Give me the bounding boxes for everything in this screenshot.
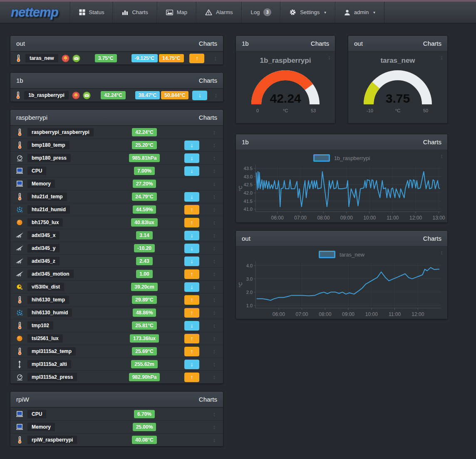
sensor-name[interactable]: mpl3115a2_alti <box>27 360 72 369</box>
mail-alert-icon[interactable] <box>72 54 80 62</box>
sensor-name[interactable]: CPU <box>27 410 47 419</box>
sensor-name[interactable]: htu21d_humid <box>27 205 70 214</box>
sensor-name[interactable]: Memory <box>27 179 55 188</box>
sort-handle-icon[interactable]: ↕ <box>440 153 443 159</box>
sort-handle-icon[interactable]: ↕ <box>213 361 216 368</box>
trend-up-button[interactable]: ↑ <box>184 205 199 215</box>
sensor-name[interactable]: raspberrypi_raspberrypi <box>27 128 94 137</box>
sensor-name[interactable]: vl53l0x_dist <box>27 282 64 291</box>
sort-handle-icon[interactable]: ↕ <box>440 54 443 61</box>
nav-item-settings[interactable]: Settings▾ <box>280 2 335 23</box>
nav-item-log[interactable]: Log3 <box>241 2 280 23</box>
sensor-name[interactable]: hih6130_temp <box>27 295 69 304</box>
sensor-name[interactable]: bmp180_press <box>27 153 71 163</box>
charts-link[interactable]: Charts <box>199 77 217 84</box>
alarm-bell-icon[interactable] <box>72 91 80 99</box>
sort-handle-icon[interactable]: ↕ <box>213 437 216 443</box>
sensor-name[interactable]: adxl345_x <box>27 231 60 240</box>
sort-handle-icon[interactable]: ↕ <box>213 180 216 187</box>
charts-link[interactable]: Charts <box>423 138 441 146</box>
charts-link[interactable]: Charts <box>199 114 217 121</box>
sensor-name[interactable]: htu21d_temp <box>27 192 67 201</box>
sort-handle-icon[interactable]: ↕ <box>213 258 216 264</box>
sensor-name[interactable]: mpl3115a2_temp <box>27 347 76 356</box>
trend-down-button[interactable]: ↓ <box>184 360 199 369</box>
sensor-name[interactable]: rpiW_raspberrypi <box>27 435 77 444</box>
nav-item-alarms[interactable]: Alarms <box>196 2 241 23</box>
sort-handle-icon[interactable]: ↕ <box>213 245 216 252</box>
sort-handle-icon[interactable]: ↕ <box>213 424 216 430</box>
sensor-name[interactable]: bmp180_temp <box>27 141 70 150</box>
trend-down-button[interactable]: ↓ <box>184 244 199 253</box>
sort-handle-icon[interactable]: ↕ <box>213 271 216 277</box>
sort-handle-icon[interactable]: ↕ <box>213 193 216 200</box>
sensor-name[interactable]: mpl3115a2_press <box>27 373 77 382</box>
sensor-name[interactable]: Memory <box>27 422 55 432</box>
trend-down-button[interactable]: ↓ <box>184 153 199 163</box>
trend-up-button[interactable]: ↑ <box>184 269 199 279</box>
nav-item-map[interactable]: Map <box>157 2 196 23</box>
nav-item-charts[interactable]: Charts <box>113 2 156 23</box>
sort-handle-icon[interactable]: ↕ <box>328 54 331 61</box>
sort-handle-icon[interactable]: ↕ <box>213 322 216 329</box>
sensor-name[interactable]: 1b_raspberrypi <box>24 91 69 100</box>
sensor-name[interactable]: bh1750_lux <box>27 218 63 227</box>
altitude-icon <box>17 360 22 368</box>
trend-down-button[interactable]: ↓ <box>184 192 199 202</box>
trend-up-button[interactable]: ↑ <box>184 373 199 382</box>
sensor-name[interactable]: CPU <box>27 166 47 175</box>
computer-icon <box>16 424 23 430</box>
sort-handle-icon[interactable]: ↕ <box>213 348 216 355</box>
sensor-name[interactable]: adxl345_motion <box>27 269 74 279</box>
svg-text:11:00: 11:00 <box>387 215 399 221</box>
trend-up-button[interactable]: ↑ <box>184 218 199 227</box>
sensor-name[interactable]: tmp102 <box>27 321 54 330</box>
charts-link[interactable]: Charts <box>311 40 329 47</box>
trend-down-button[interactable]: ↓ <box>184 231 199 240</box>
nav-item-status[interactable]: Status <box>70 2 113 23</box>
sort-handle-icon[interactable]: ↕ <box>440 249 443 256</box>
trend-down-button[interactable]: ↓ <box>184 141 199 150</box>
sensor-name[interactable]: tsl2561_lux <box>27 334 63 343</box>
trend-down-button[interactable]: ↓ <box>184 166 199 176</box>
trend-up-button[interactable]: ↑ <box>184 295 199 305</box>
mail-alert-icon[interactable] <box>83 91 91 99</box>
sort-handle-icon[interactable]: ↕ <box>213 296 216 303</box>
sort-handle-icon[interactable]: ↕ <box>213 284 216 290</box>
charts-link[interactable]: Charts <box>199 40 217 47</box>
sort-handle-icon[interactable]: ↕ <box>213 206 216 213</box>
trend-down-button[interactable]: ↓ <box>184 321 199 331</box>
charts-link[interactable]: Charts <box>423 40 441 47</box>
charts-link[interactable]: Charts <box>423 235 441 242</box>
sensor-name[interactable]: hih6130_humid <box>27 308 72 317</box>
sensor-row: hih6130_temp29.89°C↑↕ <box>10 293 223 306</box>
sort-handle-icon[interactable]: ↕ <box>215 92 218 99</box>
sort-handle-icon[interactable]: ↕ <box>213 219 216 226</box>
trend-down-button[interactable]: ↓ <box>192 91 207 100</box>
panel-header: outCharts <box>236 231 447 247</box>
sort-handle-icon[interactable]: ↕ <box>213 155 216 161</box>
charts-link[interactable]: Charts <box>199 396 217 403</box>
sort-handle-icon[interactable]: ↕ <box>214 55 217 62</box>
trend-down-button[interactable]: ↓ <box>184 257 199 266</box>
trend-up-button[interactable]: ↑ <box>184 308 199 318</box>
sensor-name[interactable]: adxl345_y <box>27 244 60 253</box>
sort-handle-icon[interactable]: ↕ <box>213 142 216 148</box>
alarm-bell-icon[interactable] <box>62 54 69 62</box>
sort-handle-icon[interactable]: ↕ <box>213 232 216 239</box>
trend-up-button[interactable]: ↑ <box>184 334 199 343</box>
sensor-name[interactable]: adxl345_z <box>27 257 60 266</box>
nav-item-admin[interactable]: admin▾ <box>335 2 384 23</box>
sort-handle-icon[interactable]: ↕ <box>213 129 216 136</box>
trend-up-button[interactable]: ↑ <box>189 54 204 63</box>
nettemp-logo[interactable]: nettemp <box>0 2 70 23</box>
sensor-name[interactable]: taras_new <box>25 54 59 63</box>
chevron-down-icon: ▾ <box>373 10 375 15</box>
sort-handle-icon[interactable]: ↕ <box>213 309 216 316</box>
trend-up-button[interactable]: ↑ <box>184 347 199 356</box>
sort-handle-icon[interactable]: ↕ <box>213 335 216 342</box>
trend-down-button[interactable]: ↓ <box>184 282 199 292</box>
sort-handle-icon[interactable]: ↕ <box>213 168 216 174</box>
sort-handle-icon[interactable]: ↕ <box>213 411 216 417</box>
sort-handle-icon[interactable]: ↕ <box>213 374 216 380</box>
